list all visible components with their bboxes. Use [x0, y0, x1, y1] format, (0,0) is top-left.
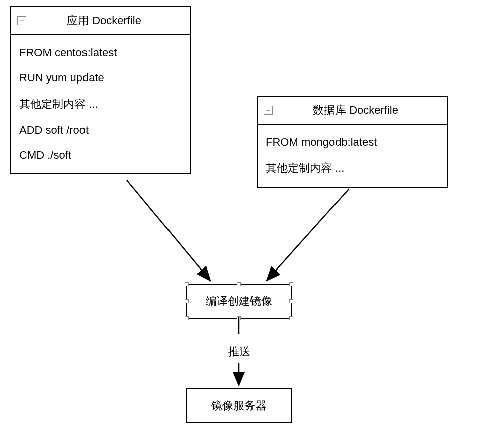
dockerfile-app-header: − 应用 Dockerfile: [11, 7, 190, 35]
push-label: 推送: [228, 344, 250, 360]
dockerfile-line: 其他定制内容 ...: [266, 155, 439, 182]
selection-handle[interactable]: [185, 316, 189, 320]
compile-label: 编译创建镜像: [206, 295, 272, 307]
selection-handle[interactable]: [289, 316, 293, 320]
dockerfile-line: 其他定制内容 ...: [19, 91, 182, 118]
svg-line-2: [267, 189, 349, 281]
server-label: 镜像服务器: [211, 399, 267, 412]
selection-handle[interactable]: [185, 299, 189, 303]
dockerfile-line: FROM mongodb:latest: [266, 130, 439, 155]
selection-handle[interactable]: [237, 316, 241, 320]
dockerfile-db-header: − 数据库 Dockerfile: [258, 97, 447, 125]
dockerfile-line: FROM centos:latest: [19, 40, 182, 65]
dockerfile-app-body: FROM centos:latest RUN yum update 其他定制内容…: [11, 35, 190, 173]
svg-line-1: [127, 180, 210, 281]
dockerfile-app-title: 应用 Dockerfile: [24, 13, 184, 28]
selection-handle[interactable]: [289, 282, 293, 286]
dockerfile-app-box: − 应用 Dockerfile FROM centos:latest RUN y…: [10, 6, 191, 174]
selection-handle[interactable]: [185, 282, 189, 286]
dockerfile-line: ADD soft /root: [19, 118, 182, 143]
selection-handle[interactable]: [237, 282, 241, 286]
dockerfile-line: CMD ./soft: [19, 143, 182, 168]
image-server-box: 镜像服务器: [186, 388, 292, 423]
dockerfile-db-title: 数据库 Dockerfile: [271, 103, 441, 118]
dockerfile-db-box: − 数据库 Dockerfile FROM mongodb:latest 其他定…: [257, 96, 448, 188]
dockerfile-line: RUN yum update: [19, 65, 182, 91]
dockerfile-db-body: FROM mongodb:latest 其他定制内容 ...: [258, 125, 447, 187]
selection-handle[interactable]: [289, 299, 293, 303]
compile-create-image-box: 编译创建镜像: [186, 284, 292, 319]
